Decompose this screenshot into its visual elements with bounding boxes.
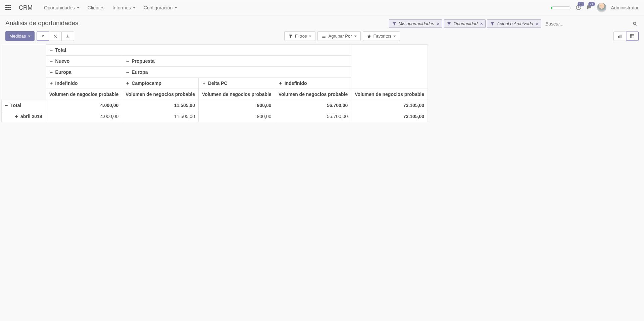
cell: 56.700,00 bbox=[275, 100, 351, 111]
pivot-table: −Total −Nuevo −Propuesta −Europa −Europa… bbox=[1, 44, 428, 122]
search-icon bbox=[633, 21, 637, 26]
cell: 73.105,00 bbox=[351, 100, 428, 111]
nav-item-label: Clientes bbox=[88, 5, 105, 10]
row-header[interactable]: +abril 2019 bbox=[2, 111, 46, 122]
chevron-down-icon bbox=[77, 7, 80, 8]
nav-item-configuracion[interactable]: Configuración bbox=[140, 5, 181, 10]
measure-header[interactable]: Volumen de negocios probable bbox=[275, 89, 351, 100]
chevron-down-icon bbox=[393, 36, 396, 37]
control-bar: Análisis de oportunidades Mis oportunida… bbox=[0, 15, 644, 28]
row-header[interactable]: −Total bbox=[2, 100, 46, 111]
nav-item-oportunidades[interactable]: Oportunidades bbox=[40, 5, 84, 10]
search-input[interactable] bbox=[543, 20, 630, 28]
username[interactable]: Administrator bbox=[611, 5, 639, 10]
graph-view-button[interactable] bbox=[613, 32, 626, 41]
chevron-down-icon bbox=[175, 7, 177, 8]
close-icon[interactable]: × bbox=[536, 21, 538, 26]
favorites-button[interactable]: Favoritos bbox=[363, 31, 400, 41]
chevron-down-icon bbox=[309, 36, 311, 37]
close-icon[interactable]: × bbox=[480, 21, 483, 26]
funnel-icon bbox=[288, 34, 293, 39]
measure-header[interactable]: Volumen de negocios probable bbox=[198, 89, 275, 100]
table-row: +abril 2019 4.000,00 11.505,00 900,00 56… bbox=[2, 111, 428, 122]
avatar[interactable] bbox=[597, 3, 606, 12]
view-switcher bbox=[613, 32, 639, 41]
measure-header[interactable]: Volumen de negocios probable bbox=[122, 89, 199, 100]
measures-label: Medidas bbox=[9, 34, 26, 39]
col-header-leaf[interactable]: +Indefinido bbox=[46, 78, 122, 89]
funnel-icon bbox=[392, 21, 397, 26]
expand-icon bbox=[41, 34, 45, 39]
nav-item-informes[interactable]: Informes bbox=[108, 5, 139, 10]
col-header-stage[interactable]: −Nuevo bbox=[46, 56, 122, 67]
chevron-down-icon bbox=[354, 36, 357, 37]
cell: 56.700,00 bbox=[275, 111, 351, 122]
col-header-leaf[interactable]: +Delta PC bbox=[198, 78, 275, 89]
download-button[interactable] bbox=[61, 32, 74, 41]
star-icon bbox=[367, 34, 371, 39]
search-button[interactable] bbox=[631, 20, 639, 28]
messaging-icon[interactable]: 21 bbox=[586, 4, 592, 11]
cell: 4.000,00 bbox=[46, 100, 122, 111]
col-header-region[interactable]: −Europa bbox=[122, 67, 351, 78]
col-header-grand-total bbox=[351, 45, 428, 89]
filters-label: Filtros bbox=[295, 34, 307, 39]
pivot-view-button[interactable] bbox=[626, 32, 639, 41]
filter-chip[interactable]: Mis oportunidades × bbox=[389, 19, 443, 28]
svg-point-1 bbox=[633, 22, 636, 25]
brand[interactable]: CRM bbox=[19, 4, 33, 11]
nav-item-clientes[interactable]: Clientes bbox=[84, 5, 109, 10]
group-by-label: Agrupar Por bbox=[328, 34, 352, 39]
cell: 73.105,00 bbox=[351, 111, 428, 122]
funnel-icon bbox=[490, 21, 495, 26]
cell: 900,00 bbox=[198, 111, 275, 122]
svg-rect-4 bbox=[621, 35, 621, 38]
flip-axis-button[interactable] bbox=[49, 32, 62, 41]
swap-icon bbox=[53, 34, 58, 39]
filter-chip-label: Oportunidad bbox=[453, 21, 478, 26]
messaging-badge: 21 bbox=[588, 2, 595, 6]
list-icon bbox=[321, 34, 326, 39]
nav-item-label: Informes bbox=[112, 5, 131, 10]
search-area: Mis oportunidades × Oportunidad × Actual… bbox=[389, 19, 639, 28]
expand-all-button[interactable] bbox=[37, 32, 49, 41]
chevron-down-icon bbox=[133, 7, 136, 8]
chevron-down-icon bbox=[28, 36, 31, 37]
pivot-corner bbox=[2, 45, 46, 100]
svg-rect-5 bbox=[631, 34, 634, 38]
apps-icon[interactable] bbox=[5, 5, 11, 11]
col-header-region[interactable]: −Europa bbox=[46, 67, 122, 78]
filter-chip[interactable]: Actual o Archivado × bbox=[487, 19, 541, 28]
svg-rect-3 bbox=[620, 35, 620, 38]
measures-button[interactable]: Medidas bbox=[5, 31, 35, 41]
col-header-stage[interactable]: −Propuesta bbox=[122, 56, 351, 67]
activity-icon[interactable]: 16 bbox=[576, 4, 582, 11]
cell: 11.505,00 bbox=[122, 111, 199, 122]
measure-header[interactable]: Volumen de negocios probable bbox=[351, 89, 428, 100]
filter-chip-label: Mis oportunidades bbox=[399, 21, 434, 26]
table-row: −Total 4.000,00 11.505,00 900,00 56.700,… bbox=[2, 100, 428, 111]
cell: 900,00 bbox=[198, 100, 275, 111]
progress-indicator[interactable] bbox=[551, 6, 571, 9]
col-header-leaf[interactable]: +Camptocamp bbox=[122, 78, 199, 89]
filters-button[interactable]: Filtros bbox=[284, 31, 315, 41]
topbar: CRM Oportunidades Clientes Informes Conf… bbox=[0, 0, 644, 15]
pivot-table-container: −Total −Nuevo −Propuesta −Europa −Europa… bbox=[0, 44, 644, 122]
activity-badge: 16 bbox=[578, 2, 584, 6]
col-header-leaf[interactable]: +Indefinido bbox=[275, 78, 351, 89]
pivot-icon bbox=[630, 34, 635, 39]
nav-item-label: Oportunidades bbox=[44, 5, 75, 10]
favorites-label: Favoritos bbox=[374, 34, 391, 39]
filter-chip[interactable]: Oportunidad × bbox=[444, 19, 486, 28]
bar-chart-icon bbox=[617, 34, 622, 39]
measure-header[interactable]: Volumen de negocios probable bbox=[46, 89, 122, 100]
page-title: Análisis de oportunidades bbox=[5, 19, 79, 27]
close-icon[interactable]: × bbox=[437, 21, 440, 26]
download-icon bbox=[65, 34, 70, 39]
svg-rect-2 bbox=[618, 36, 619, 38]
nav-item-label: Configuración bbox=[144, 5, 172, 10]
cell: 4.000,00 bbox=[46, 111, 122, 122]
funnel-icon bbox=[447, 21, 451, 26]
col-header-total[interactable]: −Total bbox=[46, 45, 351, 56]
group-by-button[interactable]: Agrupar Por bbox=[317, 31, 360, 41]
